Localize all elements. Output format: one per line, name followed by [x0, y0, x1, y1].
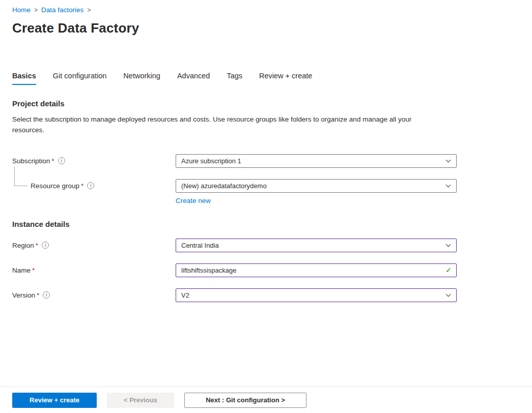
version-label-text: Version: [12, 291, 35, 299]
create-data-factory-page: Home > Data factories > Create Data Fact…: [0, 0, 532, 413]
tab-tags[interactable]: Tags: [227, 72, 242, 85]
resource-group-label: Resource group *: [12, 182, 176, 190]
breadcrumb-separator: >: [34, 7, 38, 14]
subscription-label: Subscription *: [12, 157, 176, 165]
page-title: Create Data Factory: [12, 20, 520, 36]
wizard-footer: Review + create < Previous Next : Git co…: [0, 387, 532, 413]
breadcrumb-separator: >: [87, 7, 91, 14]
name-input[interactable]: [176, 263, 457, 277]
review-create-button[interactable]: Review + create: [12, 393, 97, 408]
subscription-row: Subscription * Azure subscription 1: [12, 154, 520, 168]
subscription-label-text: Subscription: [12, 157, 50, 165]
region-dropdown[interactable]: Central India: [176, 239, 457, 252]
project-details-description: Select the subscription to manage deploy…: [12, 114, 444, 136]
breadcrumb: Home > Data factories >: [12, 6, 520, 14]
resource-group-label-text: Resource group: [31, 182, 79, 190]
create-new-row: Create new: [12, 197, 520, 204]
chevron-down-icon: [446, 242, 451, 247]
region-label: Region *: [12, 242, 176, 249]
version-dropdown-value: V2: [181, 291, 189, 299]
tab-git-configuration[interactable]: Git configuration: [53, 72, 107, 85]
required-asterisk: *: [81, 182, 83, 190]
version-label: Version *: [12, 291, 176, 299]
info-icon[interactable]: [42, 242, 49, 249]
project-details-heading: Project details: [12, 99, 520, 108]
tab-review-create[interactable]: Review + create: [259, 72, 312, 85]
version-dropdown[interactable]: V2: [176, 288, 457, 302]
create-new-link[interactable]: Create new: [176, 197, 211, 204]
subscription-dropdown-value: Azure subscription 1: [181, 157, 241, 165]
tab-networking[interactable]: Networking: [123, 72, 160, 85]
resource-group-dropdown[interactable]: (New) azuredatafactorydemo: [176, 179, 457, 193]
valid-check-icon: [445, 266, 452, 274]
version-row: Version * V2: [12, 288, 520, 302]
resource-group-dropdown-value: (New) azuredatafactorydemo: [181, 182, 267, 190]
info-icon[interactable]: [43, 291, 50, 299]
resource-group-row: Resource group * (New) azuredatafactoryd…: [12, 179, 520, 193]
breadcrumb-data-factories-link[interactable]: Data factories: [41, 6, 83, 14]
required-asterisk: *: [32, 267, 35, 274]
name-row: Name *: [12, 263, 520, 277]
required-asterisk: *: [37, 291, 39, 299]
chevron-down-icon: [446, 157, 451, 162]
region-dropdown-value: Central India: [181, 242, 219, 249]
info-icon[interactable]: [87, 182, 94, 189]
name-label: Name *: [12, 267, 176, 274]
required-asterisk: *: [36, 242, 38, 249]
tab-bar: Basics Git configuration Networking Adva…: [12, 72, 520, 85]
name-label-text: Name: [12, 267, 31, 274]
info-icon[interactable]: [58, 157, 65, 164]
breadcrumb-home-link[interactable]: Home: [12, 6, 31, 14]
next-git-configuration-button[interactable]: Next : Git configuration >: [184, 393, 306, 408]
tab-advanced[interactable]: Advanced: [177, 72, 210, 85]
previous-button[interactable]: < Previous: [107, 393, 174, 408]
region-row: Region * Central India: [12, 239, 520, 252]
project-details-form: Subscription * Azure subscription 1 Reso…: [12, 154, 520, 204]
instance-details-form: Region * Central India Name *: [12, 239, 520, 302]
required-asterisk: *: [51, 157, 54, 165]
resource-group-connector-line: [14, 167, 28, 186]
chevron-down-icon: [446, 291, 451, 297]
tab-basics[interactable]: Basics: [12, 72, 36, 85]
subscription-dropdown[interactable]: Azure subscription 1: [176, 154, 457, 168]
instance-details-heading: Instance details: [12, 220, 520, 228]
chevron-down-icon: [446, 182, 451, 187]
region-label-text: Region: [12, 242, 34, 249]
